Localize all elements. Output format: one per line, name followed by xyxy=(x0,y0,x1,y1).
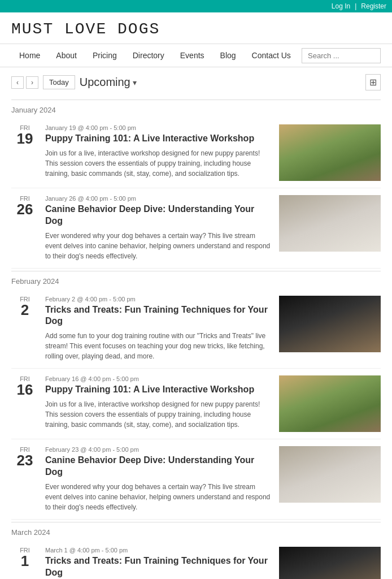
event-title: Puppy Training 101: A Live Interactive W… xyxy=(45,384,272,396)
event-date: FRI 26 xyxy=(11,195,38,217)
top-bar: Log In | Register xyxy=(0,0,392,12)
event-title-link[interactable]: Puppy Training 101: A Live Interactive W… xyxy=(45,133,254,143)
search-input[interactable] xyxy=(302,48,381,63)
event-time: February 16 @ 4:00 pm - 5:00 pm xyxy=(45,375,272,382)
event-title: Tricks and Treats: Fun Training Techniqu… xyxy=(45,304,272,328)
event-title-link[interactable]: Canine Behavior Deep Dive: Understanding… xyxy=(45,204,254,226)
event-title-link[interactable]: Puppy Training 101: A Live Interactive W… xyxy=(45,384,254,394)
event-desc: Ever wondered why your dog behaves a cer… xyxy=(45,482,272,512)
event-thumbnail xyxy=(279,547,381,579)
register-link[interactable]: Register xyxy=(361,2,386,10)
event-time: March 1 @ 4:00 pm - 5:00 pm xyxy=(45,547,272,554)
view-title: Upcoming ▾ xyxy=(80,76,137,89)
nav-links: Home About Pricing Directory Events Blog… xyxy=(11,44,302,67)
next-arrow[interactable]: › xyxy=(26,76,38,89)
site-title: MUST LOVE DOGS xyxy=(11,20,381,38)
event-info: February 2 @ 4:00 pm - 5:00 pmTricks and… xyxy=(45,296,272,362)
prev-arrow[interactable]: ‹ xyxy=(11,76,24,89)
event-info: February 23 @ 4:00 pm - 5:00 pmCanine Be… xyxy=(45,446,272,512)
nav-contact[interactable]: Contact Us xyxy=(244,44,299,67)
event-title: Canine Behavior Deep Dive: Understanding… xyxy=(45,204,272,227)
day-num: 16 xyxy=(11,382,38,397)
nav-home[interactable]: Home xyxy=(11,44,48,67)
event-info: January 26 @ 4:00 pm - 5:00 pmCanine Beh… xyxy=(45,195,272,261)
events-list: January 2024 FRI 19 January 19 @ 4:00 pm… xyxy=(0,100,392,579)
day-num: 23 xyxy=(11,453,38,468)
month-section: January 2024 FRI 19 January 19 @ 4:00 pm… xyxy=(0,100,392,269)
event-row: FRI 2 February 2 @ 4:00 pm - 5:00 pmTric… xyxy=(11,289,381,369)
login-link[interactable]: Log In xyxy=(332,2,350,10)
event-row: FRI 23 February 23 @ 4:00 pm - 5:00 pmCa… xyxy=(11,439,381,520)
event-date: FRI 2 xyxy=(11,296,38,317)
event-title-link[interactable]: Tricks and Treats: Fun Training Techniqu… xyxy=(45,556,268,577)
event-time: January 19 @ 4:00 pm - 5:00 pm xyxy=(45,124,272,131)
event-thumbnail xyxy=(279,296,381,352)
nav-pricing[interactable]: Pricing xyxy=(85,44,125,67)
event-time: January 26 @ 4:00 pm - 5:00 pm xyxy=(45,195,272,202)
event-thumbnail xyxy=(279,375,381,432)
event-image xyxy=(279,296,381,352)
grid-view-icon[interactable]: ⊞ xyxy=(365,74,381,90)
event-info: February 16 @ 4:00 pm - 5:00 pmPuppy Tra… xyxy=(45,375,272,430)
event-title-link[interactable]: Tricks and Treats: Fun Training Techniqu… xyxy=(45,305,268,326)
nav-events[interactable]: Events xyxy=(172,44,212,67)
event-time: February 2 @ 4:00 pm - 5:00 pm xyxy=(45,296,272,303)
day-num: 2 xyxy=(11,303,38,317)
nav-directory[interactable]: Directory xyxy=(125,44,172,67)
event-desc: Join us for a live, interactive workshop… xyxy=(45,148,272,179)
event-image xyxy=(279,195,381,252)
event-image xyxy=(279,124,381,181)
event-image xyxy=(279,446,381,503)
month-label: January 2024 xyxy=(11,100,381,118)
event-thumbnail xyxy=(279,124,381,181)
event-title: Canine Behavior Deep Dive: Understanding… xyxy=(45,455,272,478)
event-desc: Ever wondered why your dog behaves a cer… xyxy=(45,231,272,261)
event-time: February 23 @ 4:00 pm - 5:00 pm xyxy=(45,446,272,453)
event-date: FRI 1 xyxy=(11,547,38,568)
event-info: March 1 @ 4:00 pm - 5:00 pmTricks and Tr… xyxy=(45,547,272,579)
site-header: MUST LOVE DOGS xyxy=(0,12,392,44)
month-section: February 2024 FRI 2 February 2 @ 4:00 pm… xyxy=(0,271,392,520)
nav-arrows: ‹ › xyxy=(11,76,38,89)
event-title-link[interactable]: Canine Behavior Deep Dive: Understanding… xyxy=(45,455,254,477)
day-num: 1 xyxy=(11,554,38,568)
nav-blog[interactable]: Blog xyxy=(212,44,244,67)
event-date: FRI 16 xyxy=(11,375,38,397)
nav-bar: Home About Pricing Directory Events Blog… xyxy=(0,44,392,67)
event-image xyxy=(279,547,381,579)
event-row: FRI 16 February 16 @ 4:00 pm - 5:00 pmPu… xyxy=(11,369,381,439)
events-controls: ‹ › Today Upcoming ▾ ⊞ xyxy=(0,67,392,97)
event-desc: Add some fun to your dog training routin… xyxy=(45,331,272,361)
event-date: FRI 19 xyxy=(11,124,38,146)
event-row: FRI 19 January 19 @ 4:00 pm - 5:00 pmPup… xyxy=(11,118,381,188)
day-num: 19 xyxy=(11,131,38,146)
event-thumbnail xyxy=(279,195,381,252)
event-date: FRI 23 xyxy=(11,446,38,468)
month-label: March 2024 xyxy=(11,522,381,540)
event-info: January 19 @ 4:00 pm - 5:00 pmPuppy Trai… xyxy=(45,124,272,179)
day-num: 26 xyxy=(11,202,38,217)
nav-search xyxy=(302,48,381,63)
month-label: February 2024 xyxy=(11,271,381,289)
event-title: Tricks and Treats: Fun Training Techniqu… xyxy=(45,555,272,579)
event-row: FRI 26 January 26 @ 4:00 pm - 5:00 pmCan… xyxy=(11,188,381,269)
event-desc: Join us for a live, interactive workshop… xyxy=(45,399,272,430)
view-title-text: Upcoming xyxy=(80,76,130,89)
nav-about[interactable]: About xyxy=(48,44,85,67)
month-section: March 2024 FRI 1 March 1 @ 4:00 pm - 5:0… xyxy=(0,522,392,579)
chevron-down-icon[interactable]: ▾ xyxy=(133,78,137,87)
top-bar-separator: | xyxy=(355,2,356,10)
event-image xyxy=(279,375,381,432)
event-title: Puppy Training 101: A Live Interactive W… xyxy=(45,133,272,145)
today-button[interactable]: Today xyxy=(43,75,75,89)
event-thumbnail xyxy=(279,446,381,503)
event-row: FRI 1 March 1 @ 4:00 pm - 5:00 pmTricks … xyxy=(11,540,381,579)
